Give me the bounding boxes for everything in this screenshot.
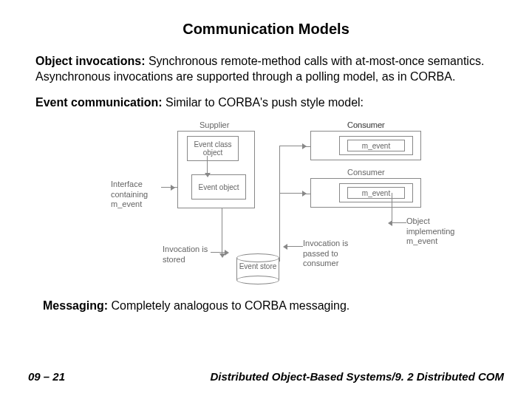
consumer2-m-event: m_event [347, 187, 405, 199]
paragraph-messaging: Messaging: Completely analogous to CORBA… [0, 299, 532, 313]
line-store-to-consumer2 [279, 193, 303, 194]
content-body: Object invocations: Synchronous remote-m… [0, 54, 532, 110]
page-title: Communication Models [0, 21, 532, 38]
spacer [279, 261, 280, 262]
label-messaging: Messaging: [43, 299, 108, 312]
line-object-impl-h [392, 222, 406, 223]
event-class-object-box: Event class object [187, 136, 239, 161]
footer-right: Distributed Object-Based Systems/9. 2 Di… [210, 370, 504, 383]
line-object-impl-v [392, 193, 392, 222]
consumer2-frame: m_event [339, 183, 413, 202]
object-implementing-label: Object implementing m_event [406, 216, 469, 246]
line-store-to-consumer1 [279, 146, 303, 146]
line-supplier-to-store [222, 208, 222, 254]
event-object-box: Event object [191, 174, 246, 200]
line-store-up [279, 193, 280, 261]
event-store-label: Event store [236, 262, 279, 270]
line-interface-pointer [161, 187, 171, 188]
text-event-communication: Similar to CORBA's push style model: [163, 96, 364, 109]
line-passed-pointer [287, 246, 303, 247]
interface-label: Interface containing m_event [111, 180, 163, 209]
event-store-bottom [236, 276, 279, 284]
consumer1-frame: m_event [339, 136, 413, 155]
supplier-label: Supplier [200, 120, 229, 130]
text-messaging: Completely analogous to CORBA messaging. [108, 299, 349, 312]
footer: 09 – 21 Distributed Object-Based Systems… [0, 370, 532, 383]
line-class-to-object [207, 156, 208, 174]
diagram: Supplier Event class object Event object… [66, 120, 466, 290]
paragraph-object-invocations: Object invocations: Synchronous remote-m… [35, 54, 497, 85]
line-store-up2 [279, 146, 280, 193]
consumer1-box: m_event [310, 131, 421, 160]
consumer2-label: Consumer [347, 120, 385, 130]
footer-left: 09 – 21 [28, 370, 65, 383]
consumer1-m-event: m_event [347, 140, 405, 151]
paragraph-event-communication: Event communication: Similar to CORBA's … [35, 95, 497, 111]
consumer2-box: m_event [310, 178, 421, 208]
supplier-box: Event class object Event object [177, 131, 255, 208]
invocation-stored-label: Invocation is stored [163, 245, 214, 264]
invocation-passed-label: Invocation is passed to consumer [303, 239, 358, 268]
label-object-invocations: Object invocations: [35, 55, 145, 67]
line-stored-pointer [211, 252, 225, 253]
label-event-communication: Event communication: [35, 96, 163, 109]
consumer2-label-fix: Consumer [347, 168, 385, 177]
